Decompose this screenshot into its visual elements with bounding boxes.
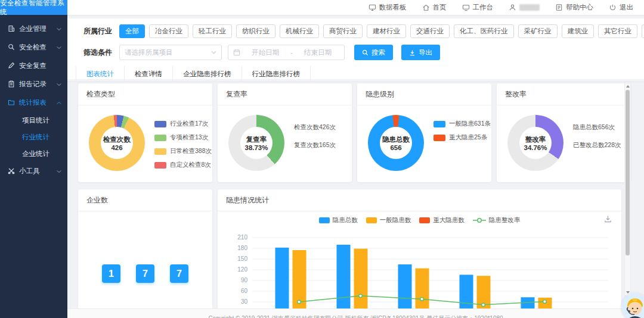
nav-workbench[interactable]: 工作台 — [462, 3, 494, 12]
building-icon — [8, 25, 15, 33]
sidebar-item-tools[interactable]: 小工具 — [0, 162, 67, 180]
nav-user[interactable] — [509, 4, 540, 11]
check-type-legend: 行业检查17次专项检查13次日常检查388次自定义检查8次 — [154, 120, 212, 169]
industry-tag[interactable]: 全部 — [119, 24, 145, 38]
bar-一般隐患数[interactable] — [354, 249, 368, 311]
industry-tag[interactable]: 化工、医药行业 — [454, 24, 514, 38]
legend-item[interactable]: 日常检查388次 — [154, 147, 212, 155]
customer-service-avatar[interactable] — [621, 293, 644, 318]
card-rectify-rate: 整改率 整改率34.76% 隐患总数656次 已整改总数228次 — [497, 83, 631, 182]
line-marker[interactable] — [359, 294, 363, 298]
industry-tag[interactable]: 纺织行业 — [236, 24, 275, 38]
scrollbar-thumb[interactable] — [626, 90, 630, 255]
nav-data-board[interactable]: 数据看板 — [369, 3, 407, 12]
filter-panel: 所属行业 全部冶金行业轻工行业纺织行业机械行业商贸行业建材行业交通行业化工、医药… — [67, 18, 644, 79]
vertical-scrollbar[interactable] — [624, 83, 631, 296]
legend-item[interactable]: 隐患整改率 — [473, 216, 521, 225]
tab-检查详情[interactable]: 检查详情 — [125, 66, 173, 82]
download-icon[interactable] — [604, 214, 612, 225]
rectify-rate-info: 隐患总数656次 已整改总数228次 — [573, 123, 621, 149]
industry-tag[interactable]: 其它行业 — [598, 24, 637, 38]
recheck-rate-info: 检查次数426次 复查次数165次 — [294, 123, 336, 149]
bar-隐患总数[interactable] — [460, 275, 473, 311]
sidebar-subitem-project-stats[interactable]: 项目统计 — [0, 112, 67, 129]
industry-tag[interactable]: 商贸行业 — [323, 24, 363, 38]
industry-label: 所属行业 — [83, 26, 112, 36]
chevron-down-icon — [57, 45, 61, 50]
legend-label: 隐患整改率 — [489, 216, 521, 225]
bar-一般隐患数[interactable] — [416, 269, 429, 311]
sidebar-label: 企业管理 — [19, 24, 52, 33]
line-marker[interactable] — [482, 303, 485, 307]
search-button[interactable]: 搜索 — [354, 45, 393, 60]
legend-swatch — [366, 217, 377, 223]
legend-item[interactable]: 行业检查17次 — [154, 120, 212, 128]
legend-item[interactable]: 一般隐患631条 — [434, 120, 491, 128]
line-marker[interactable] — [420, 297, 424, 301]
tab-行业隐患排行榜[interactable]: 行业隐患排行榜 — [242, 66, 311, 82]
copyright-text: Copyright © 2019-2021 湖南麓谷科技集团有限公司 版权所有 … — [208, 315, 503, 318]
industry-tag[interactable]: 建材行业 — [367, 24, 406, 38]
legend-item[interactable]: 重大隐患数 — [419, 216, 465, 225]
chevron-up-icon — [57, 101, 61, 105]
industry-tag[interactable]: 机械行业 — [280, 24, 319, 38]
condition-row: 筛选条件 请选择所属项目 开始日期 - 结束日期 搜索 导出 — [67, 38, 644, 60]
legend-item[interactable]: 自定义检查8次 — [154, 161, 212, 169]
sidebar-item-statistics-reports[interactable]: 统计报表 — [0, 93, 67, 112]
industry-tag[interactable]: 冶金行业 — [149, 24, 188, 38]
nav-help-center[interactable]: 帮助中心 — [555, 3, 593, 12]
rectify-rate-donut: 整改率34.76% — [507, 115, 564, 171]
sidebar-sublabel: 行业统计 — [22, 133, 49, 142]
tab-企业隐患排行榜[interactable]: 企业隐患排行榜 — [173, 66, 242, 82]
sidebar-sublabel: 企业统计 — [22, 149, 49, 158]
sidebar-item-safety-recheck[interactable]: 安全复查 — [0, 57, 67, 75]
date-start-input[interactable]: 开始日期 — [244, 48, 287, 57]
date-range-picker[interactable]: 开始日期 - 结束日期 — [228, 45, 345, 60]
industry-tag[interactable]: 轻工行业 — [193, 24, 232, 38]
legend-item[interactable]: 重大隐患25条 — [434, 133, 491, 142]
chevron-down-icon — [211, 51, 216, 54]
project-select[interactable]: 请选择所属项目 — [119, 45, 222, 60]
condition-label: 筛选条件 — [83, 48, 112, 58]
bar-隐患总数[interactable] — [398, 264, 412, 311]
export-button[interactable]: 导出 — [401, 45, 440, 60]
legend-label: 重大隐患25条 — [449, 133, 487, 142]
workbench-icon — [462, 4, 470, 11]
sidebar-label: 报告记录 — [19, 80, 52, 89]
inspector-icon — [8, 43, 15, 52]
legend-item[interactable]: 专项检查13次 — [154, 133, 212, 142]
export-button-label: 导出 — [419, 48, 432, 57]
legend-item[interactable]: 一般隐患数 — [366, 216, 411, 225]
sidebar-item-enterprise-mgmt[interactable]: 企业管理 — [0, 20, 67, 38]
bar-隐患总数[interactable] — [275, 248, 289, 311]
line-marker[interactable] — [298, 300, 301, 304]
nav-home[interactable]: 首页 — [422, 3, 447, 12]
sidebar-item-safety-check[interactable]: 安全检查 — [0, 38, 67, 57]
sidebar-item-report-records[interactable]: 报告记录 — [0, 75, 67, 93]
donut-center-label: 隐患总数 — [382, 135, 410, 144]
info-line: 复查次数165次 — [294, 141, 336, 149]
company-count-digit: 7 — [170, 264, 188, 283]
industry-row: 所属行业 全部冶金行业轻工行业纺织行业机械行业商贸行业建材行业交通行业化工、医药… — [67, 18, 644, 38]
sidebar-subitem-industry-stats[interactable]: 行业统计 — [0, 129, 67, 145]
industry-tag[interactable]: 交通行业 — [410, 24, 450, 38]
y-axis-tick-label: 180 — [237, 245, 247, 251]
legend-swatch — [319, 217, 330, 223]
tab-图表统计[interactable]: 图表统计 — [76, 66, 125, 82]
industry-tag[interactable]: 通用 — [642, 24, 644, 38]
nav-label: 退出 — [620, 3, 633, 12]
line-marker[interactable] — [543, 300, 547, 304]
pen-icon — [8, 62, 15, 70]
date-end-input[interactable]: 结束日期 — [296, 48, 339, 57]
legend-label: 日常检查388次 — [170, 147, 212, 155]
bar-隐患总数[interactable] — [337, 245, 351, 311]
industry-tag[interactable]: 采矿行业 — [518, 24, 558, 38]
industry-tag[interactable]: 建筑业 — [562, 24, 595, 38]
legend-item[interactable]: 隐患总数 — [319, 216, 358, 225]
y-axis-tick-label: 90 — [241, 277, 248, 283]
scroll-up-button[interactable] — [625, 83, 630, 89]
sidebar-subitem-enterprise-stats[interactable]: 企业统计 — [0, 145, 67, 162]
user-icon — [509, 4, 516, 11]
nav-logout[interactable]: 退出 — [609, 3, 633, 12]
donut-center-value: 426 — [111, 144, 122, 151]
